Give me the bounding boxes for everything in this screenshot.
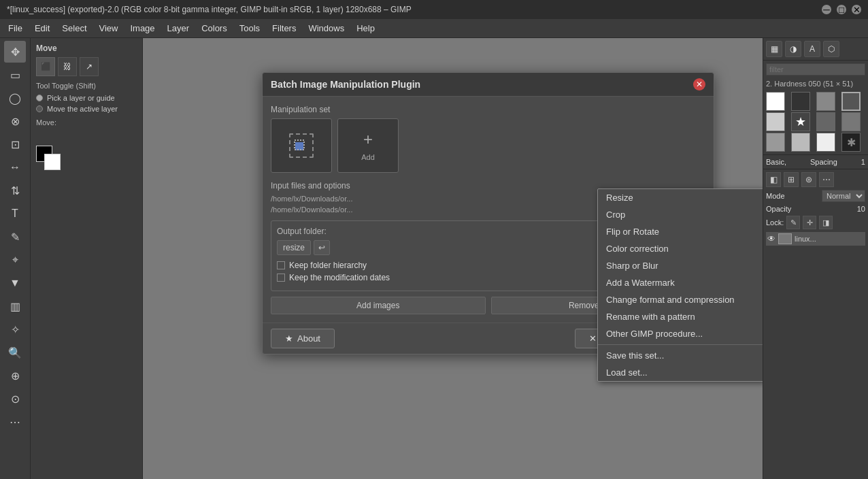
ctx-sharp-blur[interactable]: Sharp or Blur bbox=[598, 257, 763, 274]
ctx-format-compression[interactable]: Change format and compression bbox=[598, 291, 763, 308]
menu-layer[interactable]: Layer bbox=[162, 21, 195, 35]
menu-tools[interactable]: Tools bbox=[234, 21, 265, 35]
heal-btn[interactable]: ⌖ bbox=[4, 249, 26, 271]
maximize-btn[interactable]: □ bbox=[837, 5, 846, 14]
menu-file[interactable]: File bbox=[3, 21, 28, 35]
brush-swatch-11[interactable] bbox=[816, 133, 835, 152]
transform-btn[interactable]: ↔ bbox=[4, 156, 26, 178]
keep-hierarchy-label: Keep folder hierarchy bbox=[289, 261, 367, 270]
free-select-btn[interactable]: ⊗ bbox=[4, 110, 26, 132]
basic-label: Basic, bbox=[766, 158, 786, 166]
dialog-title-bar: Batch Image Manipulation Plugin ✕ bbox=[263, 73, 714, 97]
brush-swatch-1[interactable] bbox=[766, 92, 785, 111]
folder-name-button[interactable]: resize bbox=[277, 240, 311, 255]
lock-alpha-btn[interactable]: ◨ bbox=[819, 216, 833, 229]
lock-label: Lock: bbox=[766, 218, 784, 227]
menu-edit[interactable]: Edit bbox=[29, 21, 55, 35]
move-layer-icon[interactable]: ⬛ bbox=[36, 57, 55, 76]
move-label: Move: bbox=[36, 118, 56, 127]
folder-reset-button[interactable]: ↩ bbox=[314, 240, 330, 255]
more-layers-btn[interactable]: ⋯ bbox=[819, 172, 834, 187]
eye-icon[interactable]: 👁 bbox=[767, 234, 775, 244]
background-color[interactable] bbox=[44, 154, 61, 170]
title-bar: *[linux_success] (exported)-2.0 (RGB col… bbox=[0, 0, 868, 19]
title-bar-controls: ─ □ ✕ bbox=[822, 5, 861, 14]
measure-btn[interactable]: ⊕ bbox=[4, 365, 26, 386]
pattern-tab[interactable]: ▦ bbox=[766, 41, 782, 57]
brush-swatch-2[interactable] bbox=[791, 92, 810, 111]
channels-icon-btn[interactable]: ⊞ bbox=[784, 172, 799, 187]
layers-icon-btn[interactable]: ◧ bbox=[766, 172, 781, 187]
text-btn[interactable]: T bbox=[4, 203, 26, 225]
canvas-area[interactable]: Batch Image Manipulation Plugin ✕ Manipu… bbox=[143, 38, 763, 479]
layer-name: linux... bbox=[795, 235, 816, 243]
minimize-btn[interactable]: ─ bbox=[822, 5, 831, 14]
pick-layer-option[interactable]: Pick a layer or guide bbox=[36, 94, 137, 102]
resize-manipulation-item[interactable] bbox=[271, 118, 332, 173]
clone-btn[interactable]: ⊙ bbox=[4, 388, 26, 410]
ctx-color-correction[interactable]: Color correction bbox=[598, 240, 763, 257]
ctx-other-gimp[interactable]: Other GIMP procedure... bbox=[598, 325, 763, 342]
brush-swatch-10[interactable] bbox=[791, 133, 810, 152]
mode-label: Mode bbox=[766, 192, 785, 200]
menu-help[interactable]: Help bbox=[351, 21, 380, 35]
lock-paint-btn[interactable]: ✎ bbox=[786, 216, 800, 229]
paint-btn[interactable]: ✎ bbox=[4, 226, 26, 248]
ctx-rename-pattern[interactable]: Rename with a pattern bbox=[598, 308, 763, 325]
crop-btn[interactable]: ⊡ bbox=[4, 133, 26, 155]
brush-swatch-6[interactable]: ★ bbox=[791, 112, 810, 131]
keep-dates-checkbox[interactable] bbox=[277, 274, 285, 282]
brush-swatch-7[interactable] bbox=[816, 112, 835, 131]
zoom-btn[interactable]: 🔍 bbox=[4, 342, 26, 363]
ctx-load-set[interactable]: Load set... bbox=[598, 364, 763, 381]
menu-view[interactable]: View bbox=[94, 21, 124, 35]
menu-filters[interactable]: Filters bbox=[267, 21, 301, 35]
flip-btn[interactable]: ⇅ bbox=[4, 180, 26, 201]
menu-colors[interactable]: Colors bbox=[196, 21, 233, 35]
ctx-save-set[interactable]: Save this set... bbox=[598, 347, 763, 364]
menu-windows[interactable]: Windows bbox=[303, 21, 350, 35]
gradient-btn[interactable]: ▥ bbox=[4, 295, 26, 317]
window-close-btn[interactable]: ✕ bbox=[852, 5, 861, 14]
move-arrow-icon[interactable]: ↗ bbox=[80, 57, 99, 76]
opacity-label: Opacity bbox=[766, 205, 791, 213]
menu-image[interactable]: Image bbox=[124, 21, 160, 35]
move-active-option[interactable]: Move the active layer bbox=[36, 105, 137, 113]
lock-move-btn[interactable]: ✛ bbox=[803, 216, 816, 229]
menu-select[interactable]: Select bbox=[56, 21, 92, 35]
ctx-crop[interactable]: Crop bbox=[598, 206, 763, 223]
brush-tab[interactable]: ⬡ bbox=[823, 41, 839, 57]
pick-layer-radio[interactable] bbox=[36, 95, 43, 101]
brush-swatch-8[interactable] bbox=[841, 112, 861, 131]
x-icon: ✕ bbox=[589, 333, 597, 344]
bucket-btn[interactable]: ▼ bbox=[4, 272, 26, 294]
layers-toolbar: ◧ ⊞ ⊛ ⋯ bbox=[766, 172, 865, 187]
ctx-resize[interactable]: Resize bbox=[598, 189, 763, 206]
batch-dialog: Batch Image Manipulation Plugin ✕ Manipu… bbox=[262, 72, 714, 354]
paths-icon-btn[interactable]: ⊛ bbox=[801, 172, 816, 187]
paths-btn[interactable]: ⋯ bbox=[4, 411, 26, 433]
move-active-radio[interactable] bbox=[36, 105, 43, 112]
gradient-tab[interactable]: ◑ bbox=[785, 41, 801, 57]
ellipse-select-btn[interactable]: ◯ bbox=[4, 87, 26, 109]
move-chain-icon[interactable]: ⛓ bbox=[58, 57, 77, 76]
font-tab[interactable]: A bbox=[804, 41, 820, 57]
brush-swatch-4[interactable] bbox=[841, 92, 861, 111]
keep-hierarchy-checkbox[interactable] bbox=[277, 261, 285, 269]
ctx-flip-rotate[interactable]: Flip or Rotate bbox=[598, 223, 763, 240]
about-button[interactable]: ★ About bbox=[271, 329, 335, 348]
layer-row[interactable]: 👁 linux... bbox=[766, 232, 865, 246]
dialog-close-button[interactable]: ✕ bbox=[693, 78, 705, 90]
ctx-watermark[interactable]: Add a Watermark bbox=[598, 274, 763, 291]
brush-swatch-5[interactable] bbox=[766, 112, 785, 131]
eyedropper-btn[interactable]: ✧ bbox=[4, 318, 26, 340]
brush-swatch-9[interactable] bbox=[766, 133, 785, 152]
brush-swatch-3[interactable] bbox=[816, 92, 835, 111]
brush-swatch-12[interactable]: ✱ bbox=[841, 133, 861, 152]
add-images-button[interactable]: Add images bbox=[271, 297, 486, 314]
brushes-filter-input[interactable] bbox=[766, 63, 865, 76]
add-manipulation-item[interactable]: + Add bbox=[337, 118, 399, 173]
mode-select[interactable]: Normal Multiply Screen bbox=[822, 190, 865, 202]
move-tool-btn[interactable]: ✥ bbox=[4, 41, 26, 63]
rect-select-btn[interactable]: ▭ bbox=[4, 64, 26, 86]
